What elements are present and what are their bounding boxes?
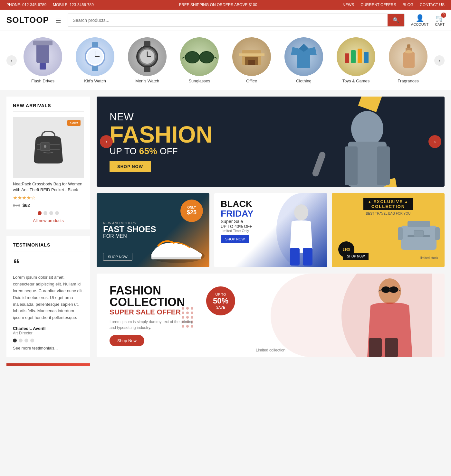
testimonial-role: Art Director xyxy=(13,331,84,335)
dot-1[interactable] xyxy=(38,211,42,215)
categories-section: ‹ Flash Drives Kid's Watch Men's Watch S… xyxy=(0,31,451,90)
category-flash-drives[interactable]: Flash Drives xyxy=(24,37,62,83)
svg-point-17 xyxy=(199,51,214,63)
dot-2[interactable] xyxy=(43,211,47,215)
testimonial-author: Charles L Averill xyxy=(13,326,84,331)
category-mens-watch[interactable]: Men's Watch xyxy=(128,37,167,83)
category-kids-watch[interactable]: Kid's Watch xyxy=(76,37,114,83)
promo-bf-card: BLACK FRIDAY Super Sale UP TO 40% OFF Li… xyxy=(214,193,327,267)
svg-point-38 xyxy=(351,111,383,146)
cat-next-button[interactable]: › xyxy=(434,55,445,66)
shipping-text: FREE SHIPPING ON ORDERS ABOVE $100 xyxy=(179,3,257,7)
svg-rect-28 xyxy=(358,49,362,63)
news-link[interactable]: NEWS xyxy=(342,3,354,7)
svg-rect-0 xyxy=(36,44,49,63)
testimonial-dot-4[interactable] xyxy=(30,339,34,342)
category-fragrances[interactable]: Fragrances xyxy=(389,37,427,83)
svg-rect-10 xyxy=(144,41,150,46)
sale-badge: Sale! xyxy=(67,120,81,126)
top-bar-contact: PHONE: 012-345-6789 MOBILE: 123-3456-789 xyxy=(6,3,94,7)
fashion-person-svg xyxy=(309,274,432,357)
cat-prev-button[interactable]: ‹ xyxy=(6,55,17,66)
fashion-limited: Limited collection xyxy=(97,348,445,352)
fashion-percent: 50% xyxy=(213,296,228,305)
price-old: $70 xyxy=(13,203,20,208)
testimonial-dot-2[interactable] xyxy=(19,339,23,342)
fashion-up-to: UP TO xyxy=(215,293,226,296)
category-office[interactable]: Office xyxy=(232,37,271,83)
account-button[interactable]: 👤 ACCOUNT xyxy=(411,14,428,26)
category-items: Flash Drives Kid's Watch Men's Watch Sun… xyxy=(17,37,434,83)
hero-next-button[interactable]: › xyxy=(428,135,441,148)
category-flash-drives-image xyxy=(24,37,62,76)
price-row: $70 $62 xyxy=(13,203,84,208)
svg-rect-29 xyxy=(364,52,369,63)
all-products-link[interactable]: All new products xyxy=(13,218,84,223)
exc-bag-area xyxy=(398,218,440,254)
category-clothing[interactable]: Clothing xyxy=(284,37,323,83)
promo-bf-limited: Limited Time Only xyxy=(221,229,254,233)
hero-fashion-label: FASHION xyxy=(110,123,213,146)
search-input[interactable] xyxy=(68,14,388,26)
hamburger-menu[interactable]: ☰ xyxy=(55,16,61,24)
contact-link[interactable]: CONTACT US xyxy=(420,3,445,7)
hero-banner: ‹ NEW FASHION UP TO 65% OFF SHOP NOW xyxy=(97,97,445,187)
exc-limited: limited stock xyxy=(420,256,438,260)
svg-rect-2 xyxy=(33,41,53,45)
svg-point-16 xyxy=(185,51,199,63)
cart-label: CART xyxy=(435,23,445,26)
sidebar-bottom-bar xyxy=(6,363,90,366)
search-bar: 🔍 xyxy=(68,14,405,27)
new-arrivals-section: NEW ARRIVALS Sale! NeatPack Crossbo xyxy=(6,97,90,229)
svg-rect-43 xyxy=(151,257,201,259)
svg-rect-26 xyxy=(345,53,349,63)
svg-rect-48 xyxy=(408,221,430,227)
fashion-banner: FASHION COLLECTION SUPER SALE OFFER Lore… xyxy=(97,274,445,357)
category-office-image xyxy=(232,37,271,76)
exc-badge-inner: ▲ EXCLUSIVE ▲ COLLECTION xyxy=(363,198,413,210)
see-more-link[interactable]: See more testimonials... xyxy=(13,346,84,350)
category-fragrances-label: Fragrances xyxy=(398,79,419,83)
testimonial-dot-1[interactable] xyxy=(13,339,17,342)
svg-rect-1 xyxy=(40,63,46,70)
hero-person-svg xyxy=(316,97,419,187)
svg-rect-41 xyxy=(377,146,390,185)
svg-rect-46 xyxy=(303,248,312,266)
hero-shop-button[interactable]: SHOP NOW xyxy=(110,161,151,172)
blog-link[interactable]: BLOG xyxy=(403,3,413,7)
category-toys-games-image xyxy=(337,37,375,76)
logo: SOLTOOP xyxy=(6,15,49,25)
svg-point-44 xyxy=(294,204,308,220)
svg-rect-27 xyxy=(351,50,356,63)
testimonial-dot-3[interactable] xyxy=(24,339,28,342)
fashion-title1: FASHION xyxy=(110,285,200,296)
svg-rect-70 xyxy=(369,338,382,357)
exc-shop-button[interactable]: SHOP NOW xyxy=(343,253,369,260)
category-fragrances-image xyxy=(389,37,427,76)
promo-bf-black: BLACK xyxy=(221,200,254,209)
category-sunglasses[interactable]: Sunglasses xyxy=(180,37,219,83)
hero-off: OFF xyxy=(160,146,178,156)
offers-link[interactable]: CURRENT OFFERS xyxy=(360,3,396,7)
bf-person-svg xyxy=(285,203,317,267)
category-mens-watch-label: Men's Watch xyxy=(135,79,159,83)
fashion-shop-button[interactable]: Shop Now xyxy=(110,335,144,346)
promo-shoes-button[interactable]: SHOP NOW xyxy=(103,253,132,261)
search-button[interactable]: 🔍 xyxy=(388,14,404,26)
hero-prev-button[interactable]: ‹ xyxy=(100,135,113,148)
promo-shoes-card: NEW AND MODERN FAST SHOES FOR MEN ONLY $… xyxy=(97,193,209,267)
promo-bf-button[interactable]: SHOP NOW xyxy=(221,235,249,243)
category-toys-games-label: Toys & Games xyxy=(342,79,370,83)
exc-sub: BEST TRAVEL BAG FOR YOU xyxy=(332,212,445,215)
category-toys-games[interactable]: Toys & Games xyxy=(337,37,375,83)
hero-person-area xyxy=(316,97,419,187)
dot-4[interactable] xyxy=(55,211,59,215)
header-actions: 👤 ACCOUNT 🛒 0 CART xyxy=(411,14,445,26)
fashion-circle-badge: UP TO 50% SAVE xyxy=(206,286,235,315)
cart-button[interactable]: 🛒 0 CART xyxy=(435,14,445,26)
svg-rect-71 xyxy=(385,338,398,357)
price-new: $62 xyxy=(23,203,30,208)
sidebar: NEW ARRIVALS Sale! NeatPack Crossbo xyxy=(6,97,90,366)
promo-bf-super: Super Sale xyxy=(221,219,254,224)
dot-3[interactable] xyxy=(49,211,53,215)
